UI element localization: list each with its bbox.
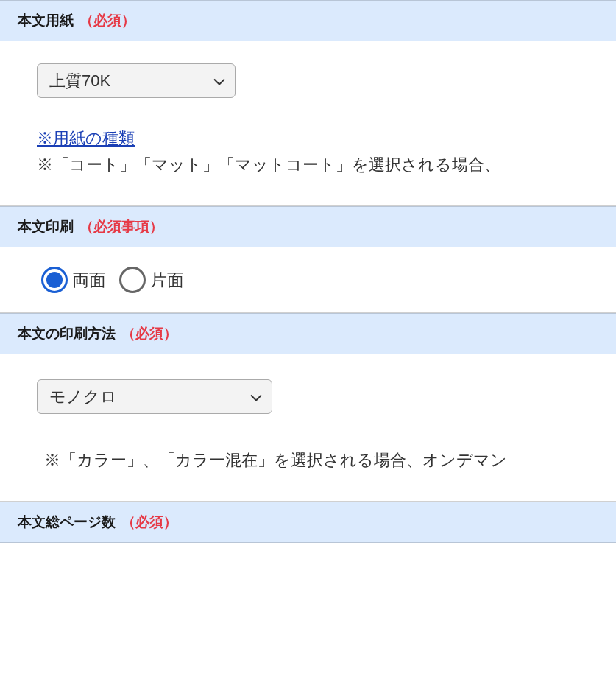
radio-dot-icon <box>46 272 63 288</box>
paper-type-select[interactable]: 上質70K <box>37 63 236 98</box>
paper-select-wrapper: 上質70K <box>37 63 236 98</box>
radio-circle-single <box>119 267 146 293</box>
section-header-paper: 本文用紙 （必須） <box>0 0 616 41</box>
paper-note-block: ※用紙の種類 ※「コート」「マット」「マットコート」を選択される場合、 <box>37 127 579 176</box>
radio-option-single[interactable]: 片面 <box>119 267 184 293</box>
required-tag-page-count: （必須） <box>121 513 177 532</box>
print-method-select[interactable]: モノクロ <box>37 379 272 414</box>
section-title-page-count: 本文総ページ数 <box>18 513 116 532</box>
section-body-print-method: モノクロ ※「カラー」、「カラー混在」を選択される場合、オンデマン <box>0 354 616 502</box>
radio-label-double: 両面 <box>72 269 106 292</box>
print-method-select-wrapper: モノクロ <box>37 379 272 414</box>
paper-type-link[interactable]: ※用紙の種類 <box>37 129 135 147</box>
section-header-print-side: 本文印刷 （必須事項） <box>0 206 616 247</box>
section-title-print-method: 本文の印刷方法 <box>18 324 116 343</box>
radio-option-double[interactable]: 両面 <box>41 267 106 293</box>
radio-circle-double <box>41 267 68 293</box>
radio-label-single: 片面 <box>150 269 184 292</box>
section-title-print-side: 本文印刷 <box>18 217 74 236</box>
required-tag-print-method: （必須） <box>121 324 177 343</box>
section-body-print-side: 両面 片面 <box>0 247 616 313</box>
print-method-note: ※「カラー」、「カラー混在」を選択される場合、オンデマン <box>37 449 579 471</box>
paper-note: ※「コート」「マット」「マットコート」を選択される場合、 <box>37 154 579 176</box>
required-tag-paper: （必須） <box>79 11 135 30</box>
section-header-print-method: 本文の印刷方法 （必須） <box>0 313 616 354</box>
print-side-radio-group: 両面 片面 <box>41 267 579 293</box>
section-body-paper: 上質70K ※用紙の種類 ※「コート」「マット」「マットコート」を選択される場合… <box>0 41 616 206</box>
section-header-page-count: 本文総ページ数 （必須） <box>0 502 616 543</box>
section-title-paper: 本文用紙 <box>18 11 74 30</box>
required-tag-print-side: （必須事項） <box>79 217 163 236</box>
